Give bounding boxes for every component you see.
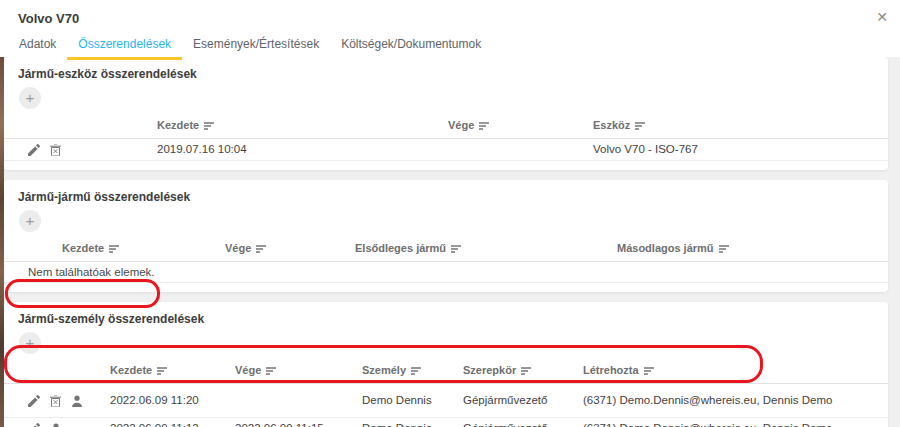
sort-icon[interactable] — [719, 243, 730, 255]
tab-koltsegek-dokumentumok[interactable]: Költségek/Dokumentumok — [330, 32, 492, 60]
cell-kezdete: 2019.07.16 10:04 — [157, 139, 448, 161]
section-vehicle-vehicle-assignments: Jármű-jármű összerendelések + Kezdete Vé… — [4, 180, 888, 292]
dialog-header: Volvo V70 ✕ Adatok Összerendelések Esemé… — [0, 0, 900, 57]
actions-column-header — [4, 235, 62, 262]
cell-vege: 2022.06.09 11:15 — [235, 417, 362, 427]
column-header-elsodleges-jarmu[interactable]: Elsődleges jármű — [355, 235, 617, 262]
cell-szerepkor: Gépjárművezető — [463, 417, 583, 427]
tab-adatok[interactable]: Adatok — [8, 32, 67, 60]
cell-szemely: Demo Dennis — [362, 383, 463, 417]
section-vehicle-person-assignments: Jármű-személy összerendelések + Kezdete … — [4, 302, 888, 427]
actions-column-header — [4, 112, 157, 139]
section-title: Jármű-eszköz összerendelések — [4, 57, 888, 86]
column-header-vege[interactable]: Vége — [448, 112, 593, 139]
cell-kezdete: 2022.06.09 11:12 — [110, 417, 235, 427]
add-assignment-button[interactable]: + — [19, 332, 41, 354]
column-header-letrehozta[interactable]: Létrehozta — [583, 357, 888, 384]
person-icon[interactable] — [71, 395, 83, 407]
background-image-edge — [0, 57, 4, 427]
cell-kezdete: 2022.06.09 11:20 — [110, 383, 235, 417]
dialog-title: Volvo V70 — [0, 0, 900, 26]
vehicle-vehicle-table: Kezdete Vége Elsődleges jármű Másodlagos… — [4, 235, 888, 283]
cell-vege — [235, 383, 362, 417]
sort-icon[interactable] — [157, 365, 168, 377]
cell-szemely: Demo Dennis — [362, 417, 463, 427]
edit-icon[interactable] — [28, 423, 40, 427]
sort-icon[interactable] — [479, 120, 490, 132]
sort-icon[interactable] — [256, 243, 267, 255]
edit-icon[interactable] — [28, 144, 40, 156]
edit-icon[interactable] — [28, 395, 40, 407]
empty-message: Nem találhatóak elemek. — [4, 261, 888, 282]
column-header-kezdete[interactable]: Kezdete — [62, 235, 225, 262]
table-row-highlighted: 2022.06.09 11:20 Demo Dennis Gépjárművez… — [4, 383, 888, 417]
tab-osszerendelesek[interactable]: Összerendelések — [67, 32, 182, 60]
column-header-szerepkor[interactable]: Szerepkör — [463, 357, 583, 384]
column-header-vege[interactable]: Vége — [235, 357, 362, 384]
sort-icon[interactable] — [521, 365, 532, 377]
vehicle-device-table: Kezdete Vége Eszköz 2019.07.16 10:04 Vol… — [4, 112, 888, 161]
add-assignment-button[interactable]: + — [19, 87, 41, 109]
sort-icon[interactable] — [204, 120, 215, 132]
table-row: 2019.07.16 10:04 Volvo V70 - ISO-767 — [4, 139, 888, 161]
section-title: Jármű-jármű összerendelések — [4, 180, 888, 209]
column-header-eszkoz[interactable]: Eszköz — [593, 112, 888, 139]
add-assignment-button[interactable]: + — [19, 210, 41, 232]
delete-icon[interactable] — [50, 144, 61, 156]
actions-column-header — [4, 357, 110, 384]
column-header-kezdete[interactable]: Kezdete — [157, 112, 448, 139]
sort-icon[interactable] — [411, 365, 422, 377]
cell-szerepkor: Gépjárművezető — [463, 383, 583, 417]
column-header-vege[interactable]: Vége — [225, 235, 355, 262]
sort-icon[interactable] — [451, 243, 462, 255]
column-header-kezdete[interactable]: Kezdete — [110, 357, 235, 384]
tab-bar: Adatok Összerendelések Események/Értesít… — [8, 32, 900, 60]
cell-letrehozta: (6371) Demo.Dennis@whereis.eu, Dennis De… — [583, 417, 888, 427]
person-icon[interactable] — [50, 423, 62, 427]
sort-icon[interactable] — [644, 365, 655, 377]
sort-icon[interactable] — [635, 120, 646, 132]
cell-eszkoz: Volvo V70 - ISO-767 — [593, 139, 888, 161]
cell-letrehozta: (6371) Demo.Dennis@whereis.eu, Dennis De… — [583, 383, 888, 417]
section-title: Jármű-személy összerendelések — [4, 302, 888, 331]
tab-esemenyek-ertesitesek[interactable]: Események/Értesítések — [182, 32, 330, 60]
section-vehicle-device-assignments: Jármű-eszköz összerendelések + Kezdete V… — [4, 57, 888, 170]
sort-icon[interactable] — [109, 243, 120, 255]
vehicle-person-table: Kezdete Vége Személy Szerepkör Létrehozt… — [4, 357, 888, 427]
tab-content: Jármű-eszköz összerendelések + Kezdete V… — [0, 57, 900, 427]
column-header-masodlagos-jarmu[interactable]: Másodlagos jármű — [617, 235, 888, 262]
sort-icon[interactable] — [266, 365, 277, 377]
cell-vege — [448, 139, 593, 161]
column-header-szemely[interactable]: Személy — [362, 357, 463, 384]
empty-table-message-row: Nem találhatóak elemek. — [4, 261, 888, 282]
assignment-dialog: { "window": { "title": "Volvo V70", "clo… — [0, 0, 900, 427]
close-icon[interactable]: ✕ — [872, 7, 892, 27]
table-row: 2022.06.09 11:12 2022.06.09 11:15 Demo D… — [4, 417, 888, 427]
delete-icon[interactable] — [50, 395, 61, 407]
